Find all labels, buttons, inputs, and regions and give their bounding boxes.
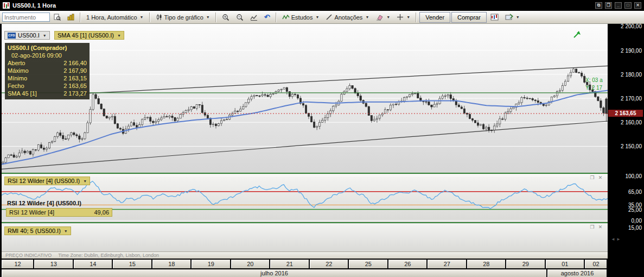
tooltip-row-label: Aberto (8, 59, 25, 67)
rsi-legend-chip[interactable]: RSI 12 Wilder [4] (US500.I) ▼ (4, 177, 90, 185)
price-panel[interactable]: CFD US500.I ▼ SMA 45 [1] (US500.I) ▼ US5… (2, 24, 608, 173)
chevron-down-icon: ▼ (206, 15, 210, 19)
eraser-dropdown[interactable]: ▼ (373, 12, 393, 23)
date-tick-label: 18 (152, 260, 192, 268)
rsi-axis-label: 65,00 (628, 189, 642, 195)
date-tick-label: 12 (2, 260, 34, 268)
chevron-down-icon: ▼ (315, 15, 319, 19)
chart-type-dropdown[interactable]: Tipo de gráfico▼ (153, 12, 213, 23)
tooltip-row-value: 2 163,65 (63, 82, 87, 90)
toolbar-separator (276, 12, 277, 22)
candlestick-icon (156, 14, 163, 21)
tooltip-row-value: 2 167,90 (63, 67, 87, 74)
duplicate-window-icon[interactable]: ⧉ (595, 2, 602, 9)
price-chart-canvas[interactable] (2, 24, 608, 173)
month-label-agosto: agosto 2016 (547, 269, 608, 277)
date-tick-label: 15 (113, 260, 152, 268)
price-axis-column[interactable]: 2 163,65 ◄► 2 200,002 190,002 180,002 17… (608, 24, 644, 277)
tooltip-row: Mínimo2 163,15 (8, 74, 87, 82)
annotations-dropdown[interactable]: Anotações▼ (323, 12, 372, 23)
instrument-search-button[interactable] (51, 12, 63, 23)
titlebar[interactable]: US500.I, 1 Hora ⧉ ❐ _ □ ✕ (0, 0, 644, 11)
annotations-label: Anotações (334, 14, 362, 21)
undo-button[interactable]: ↶ (262, 12, 273, 23)
tooltip-row-value: 2 173,27 (63, 90, 87, 97)
date-tick-label: 25 (349, 260, 388, 268)
zoom-in-button[interactable] (219, 12, 232, 23)
month-label-julho: julho 2016 (2, 269, 547, 277)
export-icon (505, 14, 513, 21)
date-tick-label: 02 (585, 260, 608, 268)
undo-icon: ↶ (264, 14, 270, 21)
rsi-tooltip-title: RSI 12 Wilder [4] (US500.I) (7, 200, 81, 206)
trade-chart-icon (490, 14, 499, 21)
maximize-window-icon[interactable]: □ (624, 2, 632, 9)
studies-dropdown[interactable]: Estudos▼ (279, 12, 322, 23)
crosshair-icon (397, 14, 404, 21)
rsi-tooltip-label: RSI 12 Wilder [4] (9, 209, 54, 216)
minimize-window-icon[interactable]: _ (615, 2, 622, 9)
rsi-panel[interactable]: RSI 12 Wilder [4] (US500.I) ▼ RSI 12 Wil… (2, 174, 608, 222)
tooltip-row: Máximo2 167,90 (8, 67, 87, 74)
month-axis[interactable]: julho 2016 agosto 2016 (2, 268, 608, 277)
price-indicative-label: PREÇO INDICATIVO (5, 253, 52, 258)
tooltip-row: SMA 45 [1]2 173,27 (8, 90, 87, 97)
pan-icon (250, 14, 258, 21)
instrument-legend-chip[interactable]: CFD US500.I ▼ (4, 31, 50, 40)
buy-button[interactable]: Comprar (451, 12, 487, 23)
tooltip-row-value: 2 163,15 (63, 74, 87, 82)
chevron-down-icon: ▼ (83, 179, 87, 183)
price-axis-label: 2 170,00 (621, 96, 642, 102)
chevron-down-icon: ▼ (140, 15, 144, 19)
rsi-axis-label: 100,00 (625, 173, 642, 179)
rsi-tooltip-row: RSI 12 Wilder [4] 49,06 (6, 208, 112, 217)
restore-window-icon[interactable]: ❐ (605, 2, 612, 9)
rmi-axis-label: 15,00 (628, 225, 642, 231)
last-price-tag: 2 163,65 (608, 110, 643, 117)
chevron-down-icon: ▼ (43, 34, 47, 37)
price-axis-label: 2 160,00 (621, 119, 642, 125)
chart-toolbar: 1 Hora, Automático▼ Tipo de gráfico▼ ↶ E… (0, 11, 644, 24)
period-dropdown[interactable]: 1 Hora, Automático▼ (84, 12, 146, 23)
zoom-in-icon (222, 14, 229, 21)
panel-close-icon[interactable]: ✕ (597, 224, 603, 230)
chevron-down-icon: ▼ (117, 34, 121, 37)
studies-icon (282, 14, 290, 21)
sma-legend-chip[interactable]: SMA 45 [1] (US500.I) ▼ (54, 31, 124, 40)
panel-restore-icon[interactable]: ❐ (589, 175, 595, 181)
crosshair-y-label: Y: 2 17 (585, 85, 602, 91)
instrument-settings-button[interactable] (65, 12, 77, 23)
rmi-legend-chip[interactable]: RMI 40; 5 (US500.I) ▼ (4, 226, 71, 235)
date-tick-label: 27 (428, 260, 467, 268)
tooltip-row: Aberto2 166,40 (8, 59, 87, 67)
crosshair-dropdown[interactable]: ▼ (394, 12, 413, 23)
columns-icon (67, 14, 74, 21)
rsi-tooltip-value: 49,06 (94, 209, 109, 216)
period-label: 1 Hora, Automático (86, 14, 137, 21)
export-dropdown[interactable]: ▼ (502, 12, 522, 23)
date-tick-label: 01 (546, 260, 585, 268)
panel-restore-icon[interactable]: ❐ (589, 224, 595, 230)
crosshair-x-label: X: 03 a (585, 77, 603, 83)
trade-from-chart-button[interactable] (488, 12, 501, 23)
zoom-out-button[interactable] (233, 12, 246, 23)
chevron-down-icon: ▼ (64, 229, 68, 233)
toolbar-separator (215, 12, 216, 22)
date-tick-label: 26 (388, 260, 428, 268)
panel-close-icon[interactable]: ✕ (597, 175, 603, 181)
chart-window: US500.I, 1 Hora ⧉ ❐ _ □ ✕ 1 Hora, Automá… (0, 0, 644, 277)
tooltip-row-value: 2 166,40 (63, 59, 87, 67)
date-tick-label: 29 (506, 260, 546, 268)
rsi-axis-label: 0,00 (632, 218, 642, 224)
instrument-input[interactable] (2, 12, 50, 22)
sell-button[interactable]: Vender (419, 12, 450, 23)
pan-chart-button[interactable] (247, 12, 260, 23)
rmi-panel[interactable]: RMI 40; 5 (US500.I) ▼ ❐ ✕ (2, 223, 608, 251)
close-window-icon[interactable]: ✕ (634, 2, 641, 9)
price-axis-label: 2 200,00 (621, 23, 642, 29)
date-axis[interactable]: 12131415181920212225262728290102 (2, 259, 608, 268)
cursor-arrow-icon (572, 30, 581, 39)
search-icon (54, 14, 61, 21)
axis-corner-nav-icon[interactable]: ◄► (611, 237, 622, 242)
chart-main: CFD US500.I ▼ SMA 45 [1] (US500.I) ▼ US5… (0, 24, 644, 277)
